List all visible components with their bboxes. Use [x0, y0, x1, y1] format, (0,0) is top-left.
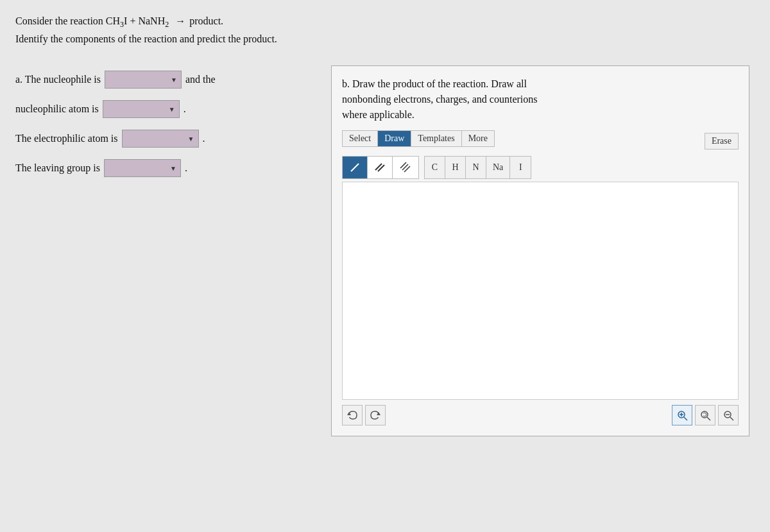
dropdown-arrow-b: ▼: [169, 106, 175, 113]
zoom-reset-icon: [699, 409, 711, 421]
svg-line-15: [730, 417, 733, 420]
nucleophile-dropdown[interactable]: ▼: [105, 71, 182, 89]
zoom-in-button[interactable]: [672, 405, 692, 425]
select-button[interactable]: Select: [343, 131, 378, 146]
svg-line-0: [351, 164, 359, 171]
atom-c-button[interactable]: C: [425, 157, 445, 178]
dropdown-arrow-a: ▼: [171, 76, 177, 83]
page: Consider the reaction CH3I + NaNH2 →prod…: [0, 0, 770, 532]
question-header-line1: Consider the reaction CH3I + NaNH2 →prod…: [15, 15, 749, 30]
nucleophilic-atom-dropdown[interactable]: ▼: [103, 100, 180, 118]
rph-line2: nonbonding electrons, charges, and count…: [342, 92, 739, 107]
atom-h-button[interactable]: H: [445, 157, 466, 178]
erase-button[interactable]: Erase: [705, 133, 739, 150]
undo-button[interactable]: [342, 405, 363, 425]
zoom-controls: [672, 405, 739, 425]
question-subheader: Identify the components of the reaction …: [15, 33, 749, 45]
field-b-end: .: [184, 103, 186, 115]
dropdown-arrow-c: ▼: [188, 135, 194, 142]
right-panel: b. Draw the product of the reaction. Dra…: [331, 65, 749, 436]
redo-icon: [370, 409, 381, 421]
dropdown-arrow-d: ▼: [170, 165, 176, 172]
toolbar-left: Select Draw Templates More: [342, 130, 495, 152]
double-bond-button[interactable]: [368, 157, 393, 178]
draw-button[interactable]: Draw: [378, 131, 411, 146]
drawing-canvas[interactable]: [342, 182, 739, 400]
electrophilic-atom-dropdown[interactable]: ▼: [122, 130, 199, 148]
main-toolbar: Select Draw Templates More: [342, 130, 495, 147]
toolbar-row: Select Draw Templates More Erase: [342, 130, 739, 152]
atom-n-button[interactable]: N: [466, 157, 486, 178]
single-bond-icon: [349, 162, 361, 173]
undo-redo-controls: [342, 405, 386, 425]
header-text-2: I + NaNH: [124, 15, 165, 26]
templates-button[interactable]: Templates: [411, 131, 461, 146]
header-text-1: Consider the reaction CH: [15, 15, 120, 26]
redo-button[interactable]: [365, 405, 386, 425]
field-a-connector: and the: [185, 74, 216, 85]
more-button[interactable]: More: [462, 131, 494, 146]
atom-i-button[interactable]: I: [510, 157, 531, 178]
zoom-out-button[interactable]: [718, 405, 739, 425]
atom-na-button[interactable]: Na: [486, 157, 510, 178]
field-d-label: The leaving group is: [15, 162, 100, 174]
canvas-bottom: [342, 405, 739, 425]
triple-bond-button[interactable]: [393, 157, 418, 178]
field-a-row: a. The nucleophile is ▼ and the: [15, 71, 311, 89]
rph-line3: where applicable.: [342, 107, 739, 123]
undo-icon: [346, 409, 358, 421]
field-a-label: a. The nucleophile is: [15, 74, 101, 85]
tools-row: C H N Na I: [342, 156, 739, 179]
field-d-row: The leaving group is ▼ .: [15, 159, 311, 177]
rph-line1: b. Draw the product of the reaction. Dra…: [342, 76, 739, 92]
double-bond-icon: [374, 162, 386, 173]
atom-tools: C H N Na I: [424, 156, 531, 179]
field-c-end: .: [203, 133, 205, 144]
svg-line-13: [707, 417, 710, 420]
right-panel-header: b. Draw the product of the reaction. Dra…: [342, 76, 739, 123]
reaction-arrow: →: [175, 15, 185, 26]
field-d-end: .: [185, 162, 187, 174]
bond-tools: [342, 156, 419, 179]
leaving-group-dropdown[interactable]: ▼: [104, 159, 181, 177]
subscript-2: 2: [165, 20, 169, 29]
field-b-row: nucleophilic atom is ▼ .: [15, 100, 311, 118]
zoom-reset-button[interactable]: [695, 405, 715, 425]
field-c-row: The electrophilic atom is ▼ .: [15, 130, 311, 148]
field-b-label: nucleophilic atom is: [15, 103, 99, 115]
header-end: product.: [189, 15, 223, 26]
field-c-label: The electrophilic atom is: [15, 133, 118, 144]
zoom-out-icon: [723, 409, 734, 421]
single-bond-button[interactable]: [343, 157, 368, 178]
svg-line-9: [684, 417, 687, 420]
triple-bond-icon: [399, 161, 412, 174]
main-content: a. The nucleophile is ▼ and the nucleoph…: [15, 65, 749, 436]
left-panel: a. The nucleophile is ▼ and the nucleoph…: [15, 65, 311, 189]
zoom-in-icon: [676, 409, 688, 421]
